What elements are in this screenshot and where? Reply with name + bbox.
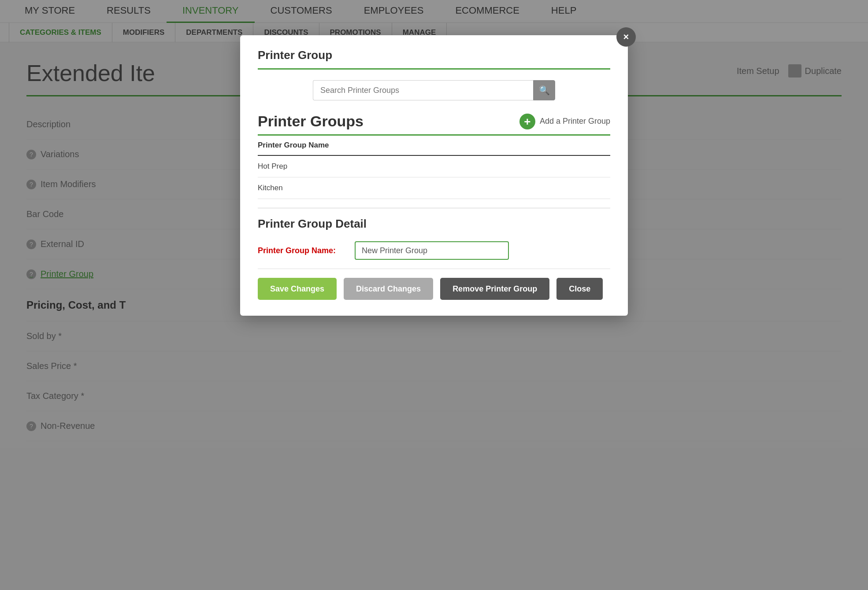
search-icon: 🔍 [539, 85, 550, 96]
printer-groups-title: Printer Groups [258, 113, 364, 130]
action-buttons: Save Changes Discard Changes Remove Prin… [258, 278, 610, 300]
search-button[interactable]: 🔍 [533, 80, 555, 100]
save-changes-button[interactable]: Save Changes [258, 278, 337, 300]
printer-group-name-input[interactable] [355, 241, 509, 260]
printer-groups-header: Printer Groups + Add a Printer Group [258, 113, 610, 130]
table-cell-kitchen: Kitchen [258, 177, 610, 199]
close-icon: × [623, 31, 629, 43]
search-container: 🔍 [258, 80, 610, 100]
add-icon: + [519, 114, 535, 129]
form-row-name: Printer Group Name: [258, 241, 610, 260]
printer-group-modal: × Printer Group 🔍 Printer Groups + Add a… [240, 35, 628, 316]
modal-close-button[interactable]: × [616, 27, 636, 47]
remove-printer-group-button[interactable]: Remove Printer Group [440, 278, 549, 300]
table-header-name: Printer Group Name [258, 136, 610, 155]
discard-changes-button[interactable]: Discard Changes [344, 278, 433, 300]
add-group-label: Add a Printer Group [540, 117, 610, 126]
add-printer-group-button[interactable]: + Add a Printer Group [519, 114, 610, 129]
form-label-name: Printer Group Name: [258, 246, 346, 255]
table-divider [258, 208, 610, 208]
modal-title: Printer Group [258, 48, 610, 70]
table-row[interactable]: Hot Prep [258, 155, 610, 177]
form-divider [258, 269, 610, 269]
table-row[interactable]: Kitchen [258, 177, 610, 199]
detail-section-title: Printer Group Detail [258, 217, 610, 231]
close-button[interactable]: Close [556, 278, 603, 300]
search-input[interactable] [313, 80, 533, 100]
printer-groups-table: Printer Group Name Hot Prep Kitchen [258, 136, 610, 199]
table-cell-hot-prep: Hot Prep [258, 155, 610, 177]
modal-overlay: × Printer Group 🔍 Printer Groups + Add a… [0, 0, 868, 590]
